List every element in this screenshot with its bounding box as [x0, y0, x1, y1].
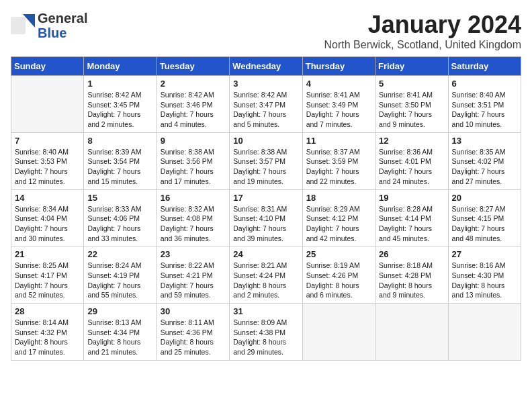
day-info: Sunrise: 8:36 AM Sunset: 4:01 PM Dayligh… — [379, 147, 444, 187]
day-info: Sunrise: 8:29 AM Sunset: 4:12 PM Dayligh… — [306, 204, 371, 244]
day-number: 22 — [87, 249, 152, 259]
day-info: Sunrise: 8:28 AM Sunset: 4:14 PM Dayligh… — [379, 204, 444, 244]
day-info: Sunrise: 8:27 AM Sunset: 4:15 PM Dayligh… — [452, 204, 517, 244]
sunrise: Sunrise: 8:38 AM — [161, 148, 214, 156]
day-number: 24 — [233, 249, 298, 259]
daylight: Daylight: 7 hours and 30 minutes. — [15, 224, 68, 242]
sunset: Sunset: 3:51 PM — [452, 101, 504, 109]
day-info: Sunrise: 8:42 AM Sunset: 3:47 PM Dayligh… — [233, 90, 298, 130]
sunset: Sunset: 4:36 PM — [161, 328, 213, 336]
sunrise: Sunrise: 8:19 AM — [306, 261, 360, 269]
sunrise: Sunrise: 8:28 AM — [379, 205, 433, 213]
sunrise: Sunrise: 8:32 AM — [161, 205, 214, 213]
day-number: 25 — [306, 249, 371, 259]
sunrise: Sunrise: 8:25 AM — [15, 261, 69, 269]
sunset: Sunset: 3:45 PM — [87, 101, 140, 109]
daylight: Daylight: 8 hours and 25 minutes. — [161, 338, 214, 356]
calendar-cell: 19 Sunrise: 8:28 AM Sunset: 4:14 PM Dayl… — [375, 189, 448, 246]
day-number: 30 — [161, 306, 226, 316]
sunrise: Sunrise: 8:24 AM — [87, 261, 141, 269]
calendar-cell: 26 Sunrise: 8:18 AM Sunset: 4:28 PM Dayl… — [375, 246, 448, 304]
day-info: Sunrise: 8:18 AM Sunset: 4:28 PM Dayligh… — [379, 261, 444, 300]
day-info: Sunrise: 8:13 AM Sunset: 4:34 PM Dayligh… — [87, 318, 152, 357]
sunrise: Sunrise: 8:38 AM — [233, 148, 287, 156]
sunset: Sunset: 3:49 PM — [306, 101, 359, 109]
calendar-week-row: 1 Sunrise: 8:42 AM Sunset: 3:45 PM Dayli… — [11, 76, 521, 133]
calendar-cell: 2 Sunrise: 8:42 AM Sunset: 3:46 PM Dayli… — [157, 76, 229, 133]
sunset: Sunset: 4:34 PM — [87, 328, 140, 336]
sunrise: Sunrise: 8:31 AM — [233, 205, 287, 213]
day-info: Sunrise: 8:19 AM Sunset: 4:26 PM Dayligh… — [306, 261, 371, 300]
calendar-cell: 4 Sunrise: 8:41 AM Sunset: 3:49 PM Dayli… — [302, 76, 375, 133]
sunset: Sunset: 4:26 PM — [306, 271, 359, 279]
sunrise: Sunrise: 8:11 AM — [161, 318, 214, 326]
sunrise: Sunrise: 8:35 AM — [452, 148, 506, 156]
calendar-cell: 13 Sunrise: 8:35 AM Sunset: 4:02 PM Dayl… — [448, 132, 521, 189]
sunrise: Sunrise: 8:22 AM — [161, 261, 214, 269]
sunrise: Sunrise: 8:13 AM — [87, 318, 141, 326]
daylight: Daylight: 8 hours and 9 minutes. — [379, 281, 432, 300]
sunset: Sunset: 4:06 PM — [87, 214, 140, 222]
calendar-cell: 22 Sunrise: 8:24 AM Sunset: 4:19 PM Dayl… — [84, 246, 157, 304]
day-number: 4 — [306, 79, 371, 89]
weekday-header: Wednesday — [230, 57, 302, 76]
daylight: Daylight: 7 hours and 48 minutes. — [452, 224, 505, 242]
day-number: 14 — [15, 193, 80, 203]
logo-icon — [11, 14, 35, 37]
sunset: Sunset: 4:17 PM — [15, 271, 67, 279]
day-info: Sunrise: 8:14 AM Sunset: 4:32 PM Dayligh… — [15, 318, 80, 357]
weekday-header: Monday — [84, 57, 157, 76]
sunset: Sunset: 4:14 PM — [379, 214, 431, 222]
day-number: 27 — [452, 249, 517, 259]
calendar-cell: 8 Sunrise: 8:39 AM Sunset: 3:54 PM Dayli… — [84, 132, 157, 189]
sunrise: Sunrise: 8:41 AM — [379, 91, 433, 99]
day-number: 31 — [233, 306, 298, 316]
sunrise: Sunrise: 8:14 AM — [15, 318, 69, 326]
calendar-cell: 9 Sunrise: 8:38 AM Sunset: 3:56 PM Dayli… — [157, 132, 229, 189]
day-number: 23 — [161, 249, 226, 259]
sunset: Sunset: 4:08 PM — [161, 214, 213, 222]
calendar-week-row: 28 Sunrise: 8:14 AM Sunset: 4:32 PM Dayl… — [11, 304, 521, 361]
calendar-cell: 25 Sunrise: 8:19 AM Sunset: 4:26 PM Dayl… — [302, 246, 375, 304]
daylight: Daylight: 8 hours and 2 minutes. — [233, 281, 286, 300]
day-number: 20 — [452, 193, 517, 203]
day-number: 12 — [379, 136, 444, 146]
day-number: 11 — [306, 136, 371, 146]
calendar-cell: 18 Sunrise: 8:29 AM Sunset: 4:12 PM Dayl… — [302, 189, 375, 246]
daylight: Daylight: 8 hours and 29 minutes. — [233, 338, 286, 356]
day-info: Sunrise: 8:35 AM Sunset: 4:02 PM Dayligh… — [452, 147, 517, 187]
sunset: Sunset: 4:28 PM — [379, 271, 431, 279]
sunrise: Sunrise: 8:27 AM — [452, 205, 506, 213]
day-info: Sunrise: 8:22 AM Sunset: 4:21 PM Dayligh… — [161, 261, 226, 300]
logo-general: General — [38, 11, 87, 26]
calendar-cell: 20 Sunrise: 8:27 AM Sunset: 4:15 PM Dayl… — [448, 189, 521, 246]
weekday-header: Friday — [375, 57, 448, 76]
day-number: 7 — [15, 136, 80, 146]
daylight: Daylight: 7 hours and 42 minutes. — [306, 224, 359, 242]
day-number: 19 — [379, 193, 444, 203]
daylight: Daylight: 8 hours and 13 minutes. — [452, 281, 505, 300]
daylight: Daylight: 7 hours and 52 minutes. — [15, 281, 68, 300]
day-number: 6 — [452, 79, 517, 89]
daylight: Daylight: 8 hours and 6 minutes. — [306, 281, 359, 300]
weekday-header: Sunday — [11, 57, 84, 76]
day-info: Sunrise: 8:41 AM Sunset: 3:49 PM Dayligh… — [306, 90, 371, 130]
calendar-cell: 3 Sunrise: 8:42 AM Sunset: 3:47 PM Dayli… — [230, 76, 302, 133]
day-info: Sunrise: 8:33 AM Sunset: 4:06 PM Dayligh… — [87, 204, 152, 244]
daylight: Daylight: 7 hours and 55 minutes. — [87, 281, 140, 300]
daylight: Daylight: 7 hours and 17 minutes. — [161, 167, 214, 185]
calendar-cell: 29 Sunrise: 8:13 AM Sunset: 4:34 PM Dayl… — [84, 304, 157, 361]
calendar-cell: 16 Sunrise: 8:32 AM Sunset: 4:08 PM Dayl… — [157, 189, 229, 246]
day-info: Sunrise: 8:32 AM Sunset: 4:08 PM Dayligh… — [161, 204, 226, 244]
daylight: Daylight: 8 hours and 17 minutes. — [15, 338, 68, 356]
sunset: Sunset: 3:46 PM — [161, 101, 213, 109]
sunset: Sunset: 4:01 PM — [379, 157, 431, 165]
svg-rect-0 — [11, 17, 26, 34]
day-number: 2 — [161, 79, 226, 89]
day-number: 13 — [452, 136, 517, 146]
sunset: Sunset: 4:15 PM — [452, 214, 504, 222]
day-info: Sunrise: 8:31 AM Sunset: 4:10 PM Dayligh… — [233, 204, 298, 244]
day-number: 15 — [87, 193, 152, 203]
sunrise: Sunrise: 8:37 AM — [306, 148, 360, 156]
daylight: Daylight: 7 hours and 10 minutes. — [452, 110, 505, 128]
